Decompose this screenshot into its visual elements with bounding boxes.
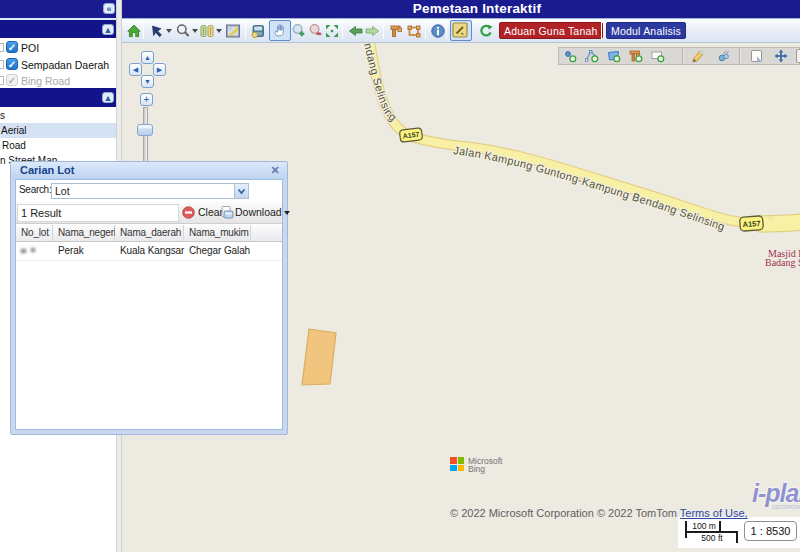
svg-text:ndang Selinsing: ndang Selinsing — [362, 43, 399, 124]
svg-text:Badang Se: Badang Se — [765, 257, 800, 268]
svg-text:A157: A157 — [742, 219, 761, 229]
svg-text:Jalan Kampung Guntong-Kampung: Jalan Kampung Guntong-Kampung Bendang Se… — [453, 144, 727, 233]
